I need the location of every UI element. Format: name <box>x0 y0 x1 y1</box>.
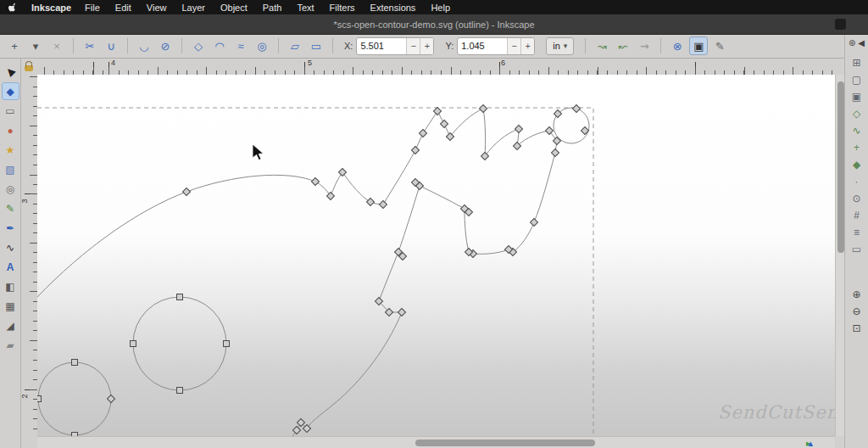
snap-path-icon[interactable]: ∿ <box>849 123 865 137</box>
x-increment-button[interactable]: + <box>420 38 433 54</box>
pen-tool[interactable]: ✒ <box>2 219 19 237</box>
path-node-diamond[interactable] <box>553 137 560 144</box>
corner-node-icon[interactable]: ◇ <box>189 36 208 55</box>
show-outline-icon[interactable]: ✎ <box>710 36 729 55</box>
circle-shape-2[interactable] <box>133 297 226 390</box>
path-node-diamond[interactable] <box>107 395 114 402</box>
path-node-square[interactable] <box>177 388 183 394</box>
box3d-tool[interactable]: ▧ <box>2 160 19 178</box>
snap-bbox-icon[interactable]: ⊞ <box>849 55 865 70</box>
insert-node-icon[interactable]: + <box>5 36 24 55</box>
path-node-diamond[interactable] <box>379 200 387 208</box>
vertical-scrollbar-thumb[interactable] <box>837 81 844 253</box>
path-node-diamond[interactable] <box>515 125 522 132</box>
menu-path[interactable]: Path <box>263 3 282 13</box>
path-node-square[interactable] <box>72 360 78 366</box>
delete-segment-icon[interactable]: ⊘ <box>156 36 175 55</box>
snap-cusp-icon[interactable]: ◆ <box>849 157 865 171</box>
path-node-diamond[interactable] <box>551 148 559 156</box>
y-input[interactable] <box>458 41 507 51</box>
join-segment-icon[interactable]: ◡ <box>135 36 153 55</box>
lpe-next-icon[interactable]: ↝ <box>593 36 611 55</box>
lpe-edit-icon[interactable]: ⇝ <box>635 36 654 55</box>
menu-filters[interactable]: Filters <box>330 3 355 13</box>
y-increment-button[interactable]: + <box>520 38 534 54</box>
window-titlebar[interactable]: *scs-open-contour-demo.svg (outline) - I… <box>0 14 868 35</box>
snap-center-icon[interactable]: ⊙ <box>849 191 865 205</box>
menu-help[interactable]: Help <box>431 3 450 13</box>
snap-node-icon[interactable]: ◇ <box>849 106 865 120</box>
delete-node-icon[interactable]: × <box>47 36 66 55</box>
lock-guides-icon[interactable] <box>25 65 33 71</box>
canvas[interactable]: SendCutSend <box>37 75 835 436</box>
circle-shape-3[interactable] <box>38 362 111 435</box>
smooth-node-icon[interactable]: ◠ <box>210 36 229 55</box>
contour-path-1[interactable] <box>37 109 557 297</box>
path-node-square[interactable] <box>37 396 42 402</box>
horizontal-scrollbar-thumb[interactable] <box>415 440 595 446</box>
lpe-prev-icon[interactable]: ↜ <box>614 36 632 55</box>
zoom-fit-icon[interactable]: ⊡ <box>849 321 865 335</box>
break-node-icon[interactable]: ✂ <box>81 36 99 55</box>
titlebar-extra-icon[interactable] <box>835 19 846 30</box>
path-node-diamond[interactable] <box>366 198 374 205</box>
calligraphy-tool[interactable]: ∿ <box>2 238 19 256</box>
path-node-diamond[interactable] <box>572 104 580 112</box>
snap-bbox-corner-icon[interactable]: ▣ <box>849 89 865 104</box>
menu-file[interactable]: File <box>85 3 100 13</box>
node-tool[interactable]: ◆ <box>2 82 19 100</box>
path-node-diamond[interactable] <box>411 146 419 154</box>
snap-guide-icon[interactable]: ≡ <box>849 225 865 239</box>
menu-extensions[interactable]: Extensions <box>370 3 416 13</box>
path-node-diamond[interactable] <box>481 152 488 160</box>
zoom-out-icon[interactable]: ⊖ <box>849 304 865 318</box>
gradient-tool[interactable]: ◧ <box>2 277 19 295</box>
snap-page-icon[interactable]: ▭ <box>849 242 865 256</box>
path-node-diamond[interactable] <box>311 177 319 185</box>
app-name[interactable]: Inkscape <box>31 3 71 13</box>
path-node-diamond[interactable] <box>419 129 426 137</box>
mesh-tool[interactable]: ▦ <box>2 297 19 315</box>
snap-bbox-edge-icon[interactable]: ▢ <box>849 72 865 87</box>
join-node-icon[interactable]: ∪ <box>102 36 120 55</box>
path-node-square[interactable] <box>177 294 183 300</box>
horizontal-ruler[interactable]: 456 <box>37 58 835 76</box>
pencil-tool[interactable]: ✎ <box>2 199 19 217</box>
insert-node-menu-icon[interactable]: ▾ <box>26 36 45 55</box>
path-node-diamond[interactable] <box>440 120 448 127</box>
stroke-to-path-icon[interactable]: ▭ <box>307 36 326 55</box>
spiral-tool[interactable]: ◎ <box>2 180 19 198</box>
text-tool[interactable]: A <box>2 258 19 276</box>
ruler-corner[interactable] <box>20 58 37 75</box>
x-decrement-button[interactable]: − <box>406 38 420 54</box>
path-node-diamond[interactable] <box>182 188 190 195</box>
ellipse-tool[interactable]: ● <box>2 121 19 139</box>
auto-node-icon[interactable]: ◎ <box>253 36 271 55</box>
path-node-square[interactable] <box>224 341 230 347</box>
x-input[interactable] <box>357 41 406 51</box>
y-decrement-button[interactable]: − <box>507 38 520 54</box>
show-bezier-handles-icon[interactable]: ▣ <box>689 36 708 55</box>
menu-object[interactable]: Object <box>220 3 248 13</box>
bucket-tool[interactable]: ▰ <box>2 336 19 354</box>
rectangle-tool[interactable]: ▭ <box>2 102 19 120</box>
path-node-diamond[interactable] <box>479 104 487 112</box>
snap-grid-icon[interactable]: # <box>849 208 865 222</box>
path-node-diamond[interactable] <box>545 126 553 134</box>
menu-layer[interactable]: Layer <box>181 3 205 13</box>
menu-edit[interactable]: Edit <box>115 3 131 13</box>
path-node-diamond[interactable] <box>433 107 441 115</box>
path-node-diamond[interactable] <box>326 192 334 199</box>
show-transform-handles-icon[interactable]: ⊗ <box>668 36 687 55</box>
snap-midpoint-icon[interactable]: ∙ <box>849 174 865 188</box>
snapbar-collapse-icon[interactable]: ◀ <box>858 38 865 48</box>
units-dropdown[interactable]: in ▾ <box>546 37 574 55</box>
path-node-diamond[interactable] <box>530 218 537 226</box>
selector-tool[interactable]: ▶ <box>2 63 19 81</box>
menu-text[interactable]: Text <box>297 3 314 13</box>
symmetric-node-icon[interactable]: ≈ <box>231 36 250 55</box>
vertical-ruler[interactable]: 32 <box>20 75 38 436</box>
star-tool[interactable]: ★ <box>2 141 19 159</box>
horizontal-scrollbar[interactable]: ▸ ▴ <box>37 436 835 448</box>
path-node-diamond[interactable] <box>292 426 300 434</box>
